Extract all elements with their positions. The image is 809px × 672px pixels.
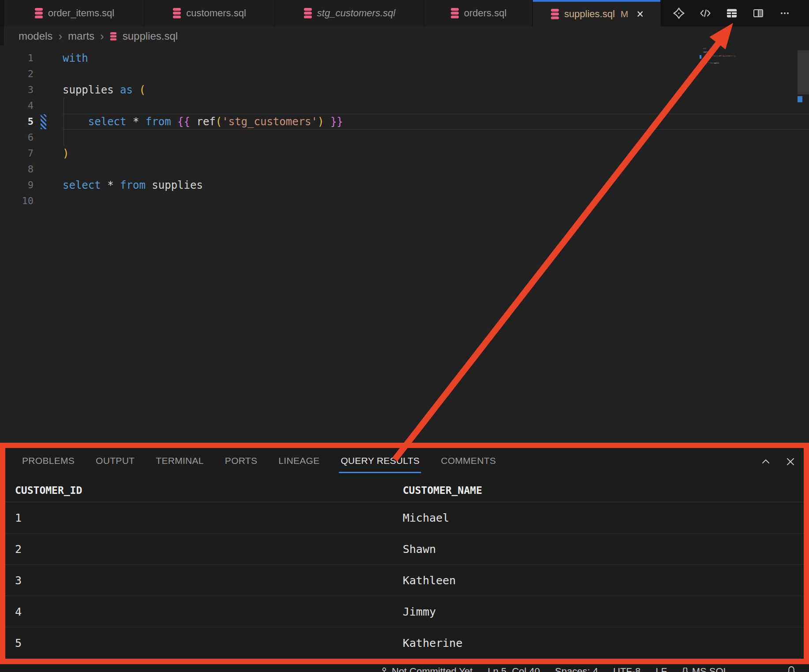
table-row: 4 Jimmy	[0, 596, 809, 627]
cell-customer-id: 3	[0, 574, 403, 587]
split-editor-icon[interactable]	[752, 7, 764, 19]
chevron-right-icon: ›	[100, 30, 104, 43]
query-results-icon[interactable]	[726, 7, 738, 19]
tab-label: stg_customers.sql	[317, 7, 395, 19]
database-icon	[450, 7, 459, 19]
database-icon	[172, 7, 181, 19]
git-branch-icon	[383, 668, 386, 671]
code-line: 7)	[0, 146, 809, 161]
panel-tab-bar: PROBLEMS OUTPUT TERMINAL PORTS LINEAGE Q…	[0, 446, 721, 478]
cell-customer-id: 4	[0, 605, 403, 618]
column-header-customer-name[interactable]: CUSTOMER_NAME	[403, 485, 809, 496]
language-mode[interactable]: {} MS SQL	[682, 666, 729, 672]
tab-customers-sql[interactable]: customers.sql	[144, 0, 275, 26]
panel-tab-output[interactable]: OUTPUT	[96, 446, 135, 478]
table-row: 5 Katherine	[0, 627, 809, 659]
status-bar: Not Committed Yet Ln 5, Col 40 Spaces: 4…	[0, 664, 809, 672]
panel-actions	[760, 456, 796, 467]
code-line: 9select * from supplies	[0, 177, 809, 193]
tab-order-items-sql[interactable]: order_items.sql	[5, 0, 144, 26]
table-row: 1 Michael	[0, 502, 809, 534]
gutter-modified-indicator	[41, 114, 46, 129]
vscode-window: order_items.sql customers.sql stg_custom…	[0, 0, 809, 672]
panel-tab-query-results[interactable]: QUERY RESULTS	[341, 446, 419, 478]
line-number: 9	[0, 177, 34, 193]
cursor-position[interactable]: Ln 5, Col 40	[487, 666, 540, 672]
chevron-right-icon: ›	[58, 30, 62, 43]
modified-badge: M	[621, 9, 629, 19]
panel-tab-lineage[interactable]: LINEAGE	[278, 446, 319, 478]
tab-supplies-sql[interactable]: supplies.sql M ×	[533, 0, 662, 26]
line-number: 6	[0, 130, 34, 146]
tab-orders-sql[interactable]: orders.sql	[424, 0, 533, 26]
database-icon	[110, 32, 117, 41]
code-line: 2	[0, 66, 809, 82]
table-row: 3 Kathleen	[0, 565, 809, 596]
tab-label: customers.sql	[186, 7, 246, 19]
editor-actions	[660, 0, 809, 26]
line-number: 3	[0, 82, 34, 98]
tab-label: order_items.sql	[48, 7, 114, 19]
cell-customer-name: Jimmy	[403, 605, 809, 618]
table-row: 2 Shawn	[0, 534, 809, 565]
line-number: 10	[0, 193, 34, 209]
database-icon	[551, 8, 559, 20]
panel-tab-comments[interactable]: COMMENTS	[441, 446, 496, 478]
more-actions-icon[interactable]	[779, 7, 791, 19]
panel-tab-problems[interactable]: PROBLEMS	[22, 446, 75, 478]
encoding[interactable]: UTF-8	[613, 666, 640, 672]
code-line-current: 5 select * from {{ ref('stg_customers') …	[0, 114, 809, 130]
line-number: 4	[0, 98, 34, 114]
breadcrumb-item-models[interactable]: models	[19, 30, 52, 42]
column-header-customer-id[interactable]: CUSTOMER_ID	[0, 485, 403, 496]
close-panel-icon[interactable]	[785, 456, 796, 467]
editor-scrollbar[interactable]	[798, 50, 809, 94]
cell-customer-name: Shawn	[403, 543, 809, 556]
database-icon	[303, 7, 312, 19]
close-tab-button[interactable]: ×	[637, 8, 644, 20]
cell-customer-name: Kathleen	[403, 574, 809, 587]
panel-tab-terminal[interactable]: TERMINAL	[156, 446, 204, 478]
line-number: 7	[0, 146, 34, 161]
code-line: 3supplies as (	[0, 82, 809, 98]
line-number: 5	[0, 114, 34, 130]
source-control-status[interactable]: Not Committed Yet	[380, 666, 472, 672]
code-line: 8	[0, 161, 809, 177]
cell-customer-id: 5	[0, 637, 403, 650]
eol-sequence[interactable]: LF	[655, 666, 667, 672]
cell-customer-id: 1	[0, 511, 403, 524]
bell-icon	[788, 667, 795, 672]
tab-label: supplies.sql	[564, 8, 615, 20]
sidebar-edge	[0, 0, 5, 26]
dbt-power-user-icon[interactable]	[673, 7, 685, 19]
minimap[interactable]: withsupplies as ( select * from {{ ref('…	[703, 48, 756, 87]
indentation-setting[interactable]: Spaces: 4	[555, 666, 598, 672]
indent-guide	[64, 98, 64, 146]
cell-customer-id: 2	[0, 543, 403, 556]
code-line: 1with	[0, 50, 809, 66]
breadcrumb-item-file[interactable]: supplies.sql	[123, 30, 178, 42]
results-header-row: CUSTOMER_ID CUSTOMER_NAME	[0, 479, 809, 502]
maximize-panel-icon[interactable]	[760, 456, 771, 467]
bottom-panel: PROBLEMS OUTPUT TERMINAL PORTS LINEAGE Q…	[0, 445, 809, 664]
cell-customer-name: Katherine	[403, 637, 809, 650]
braces-icon: {}	[682, 666, 689, 672]
line-number: 1	[0, 50, 34, 66]
line-number: 8	[0, 161, 34, 177]
breadcrumb-item-marts[interactable]: marts	[68, 30, 94, 42]
tab-stg-customers-sql[interactable]: stg_customers.sql	[275, 0, 424, 26]
code-line: 4	[0, 98, 809, 114]
panel-tab-ports[interactable]: PORTS	[225, 446, 257, 478]
code-preview-icon[interactable]	[699, 7, 712, 19]
tab-label: orders.sql	[464, 7, 507, 19]
notifications-button[interactable]	[786, 665, 797, 672]
cell-customer-name: Michael	[403, 511, 809, 524]
editor-tab-bar: order_items.sql customers.sql stg_custom…	[0, 0, 809, 26]
overview-ruler-modified-marker	[798, 96, 802, 102]
database-icon	[34, 7, 43, 19]
line-number: 2	[0, 66, 34, 82]
code-line: 6	[0, 130, 809, 146]
breadcrumb: models › marts › supplies.sql	[0, 27, 809, 45]
code-editor[interactable]: 1with 2 3supplies as ( 4 5 select * from…	[0, 45, 809, 443]
minimap-modified-marker	[700, 55, 701, 59]
